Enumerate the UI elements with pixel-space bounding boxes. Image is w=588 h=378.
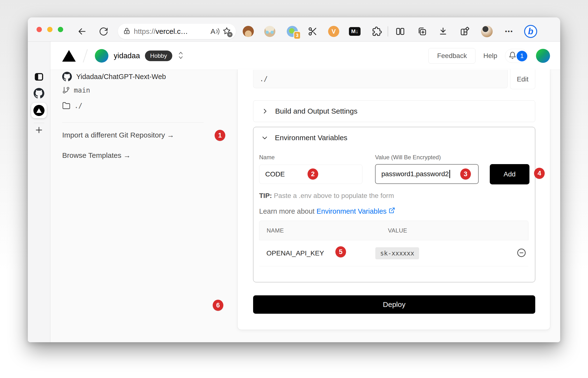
new-tab-plus-icon[interactable] xyxy=(28,123,50,137)
text-cursor xyxy=(449,170,450,178)
annotation-badge-1: 1 xyxy=(215,130,225,141)
url-scheme: https:// xyxy=(134,27,156,35)
git-branch-icon xyxy=(62,86,70,94)
env-row-value-chip: sk-xxxxxx xyxy=(375,247,419,259)
url-text: https://vercel.c… xyxy=(134,27,188,36)
vercel-logo-icon[interactable] xyxy=(62,50,76,62)
add-button[interactable]: Add xyxy=(490,164,530,184)
github-icon xyxy=(62,72,72,81)
environment-variables-link[interactable]: Environment Variables xyxy=(316,207,387,215)
url-host: vercel.c… xyxy=(156,27,188,35)
repo-row: Yidadaa/ChatGPT-Next-Web xyxy=(62,71,166,82)
tip-body: Paste a .env above to populate the form xyxy=(272,192,394,199)
notifications-button[interactable]: 1 xyxy=(505,49,528,63)
breadcrumb-slash xyxy=(83,49,88,62)
plan-badge: Hobby xyxy=(145,51,172,61)
vertical-tab-strip xyxy=(28,41,50,342)
scissors-icon[interactable] xyxy=(306,25,319,38)
team-avatar[interactable] xyxy=(95,49,108,63)
team-name[interactable]: yidadaa xyxy=(114,52,140,60)
refresh-icon[interactable] xyxy=(97,25,110,38)
toolbar-separator xyxy=(388,26,388,37)
import-different-repo-link[interactable]: Import a different Git Repository → xyxy=(62,131,174,139)
deploy-button[interactable]: Deploy xyxy=(253,295,535,314)
value-column-header: VALUE xyxy=(388,227,407,234)
remove-env-var-icon[interactable] xyxy=(517,248,526,258)
branch-row: main xyxy=(62,85,90,95)
markdown-download-icon[interactable]: M↓ xyxy=(348,25,361,38)
chevron-right-icon xyxy=(262,108,268,115)
annotation-badge-5: 5 xyxy=(335,246,346,257)
address-bar[interactable]: https://vercel.c… A + xyxy=(118,24,236,39)
environment-variables-title: Environment Variables xyxy=(275,134,347,142)
name-label: Name xyxy=(259,154,275,161)
repo-name: Yidadaa/ChatGPT-Next-Web xyxy=(76,73,166,81)
chevron-down-icon xyxy=(261,134,268,141)
feedback-button[interactable]: Feedback xyxy=(428,48,475,64)
lock-icon xyxy=(123,27,130,36)
notification-count-badge: 1 xyxy=(516,51,527,61)
env-table-row: OPENAI_API_KEY sk-xxxxxx xyxy=(259,240,529,266)
folder-icon xyxy=(62,102,71,110)
row-divider xyxy=(259,266,529,266)
github-tab-icon[interactable] xyxy=(28,86,50,101)
close-window-button[interactable] xyxy=(37,27,42,32)
left-divider xyxy=(62,122,203,122)
proxy-icon[interactable]: 3 xyxy=(286,25,299,38)
back-icon[interactable] xyxy=(75,25,89,38)
edit-button[interactable]: Edit xyxy=(510,69,535,89)
env-name-value: CODE xyxy=(265,170,285,178)
profile-avatar[interactable] xyxy=(480,25,494,38)
external-link-icon[interactable] xyxy=(389,207,395,215)
puzzle-extension-icon[interactable] xyxy=(370,25,384,38)
tip-text: TIP: Paste a .env above to populate the … xyxy=(259,192,394,200)
value-label: Value (Will Be Encrypted) xyxy=(375,154,441,161)
learn-more-prefix: Learn more about xyxy=(259,207,315,215)
root-directory-field[interactable]: ./ xyxy=(253,70,508,88)
branch-name: main xyxy=(74,86,90,94)
tab-panel-icon[interactable] xyxy=(28,70,50,84)
build-output-settings-section[interactable]: Build and Output Settings xyxy=(253,100,535,122)
vimium-icon[interactable]: V xyxy=(327,25,341,38)
browser-window: https://vercel.c… A + xyxy=(28,17,560,342)
tampermonkey-icon[interactable] xyxy=(242,25,255,38)
download-icon[interactable] xyxy=(436,25,450,38)
header-breadcrumb: yidadaa Hobby xyxy=(62,41,184,70)
browser-toolbar: https://vercel.c… A + xyxy=(28,17,560,41)
annotation-badge-6: 6 xyxy=(213,300,223,311)
read-aloud-icon[interactable]: A xyxy=(211,27,219,36)
build-output-settings-title: Build and Output Settings xyxy=(275,107,358,115)
minimize-window-button[interactable] xyxy=(47,27,53,32)
browse-templates-link[interactable]: Browse Templates → xyxy=(62,151,131,160)
tip-label: TIP: xyxy=(259,192,272,199)
vercel-page: yidadaa Hobby Feedback Help 1 xyxy=(50,41,560,342)
vercel-tab-icon[interactable] xyxy=(31,103,47,118)
bell-icon xyxy=(509,52,516,60)
root-directory-value: ./ xyxy=(260,75,268,83)
environment-variables-header[interactable]: Environment Variables xyxy=(253,127,535,149)
user-avatar[interactable] xyxy=(536,49,550,63)
vercel-triangle-icon xyxy=(36,108,42,113)
settings-dots-icon[interactable]: ••• xyxy=(502,25,516,38)
env-row-name: OPENAI_API_KEY xyxy=(266,249,324,257)
name-column-header: NAME xyxy=(267,227,284,234)
split-screen-icon[interactable] xyxy=(393,25,407,38)
env-table-header: NAME VALUE xyxy=(259,221,529,240)
extension-count-badge: 3 xyxy=(294,31,301,39)
root-dir-row: ./ xyxy=(62,101,83,110)
team-switcher-chevrons-icon[interactable] xyxy=(178,51,184,61)
zoom-window-button[interactable] xyxy=(58,27,63,32)
help-link[interactable]: Help xyxy=(483,52,497,60)
screenshot-stage: https://vercel.c… A + xyxy=(0,0,588,378)
collections-icon[interactable] xyxy=(415,25,429,38)
learn-more-row: Learn more about Environment Variables xyxy=(259,207,395,215)
root-dir-text: ./ xyxy=(74,102,83,110)
persona-icon[interactable] xyxy=(263,25,277,38)
import-content: Yidadaa/ChatGPT-Next-Web main ./ Import … xyxy=(50,70,560,342)
bing-chat-icon[interactable]: b xyxy=(524,25,537,38)
env-value-text: password1,password2 xyxy=(381,170,449,178)
header-actions: Feedback Help 1 xyxy=(428,41,550,70)
annotation-badge-4: 4 xyxy=(534,168,545,179)
favorite-add-icon[interactable]: + xyxy=(223,27,230,36)
browser-essentials-icon[interactable] xyxy=(458,25,471,38)
